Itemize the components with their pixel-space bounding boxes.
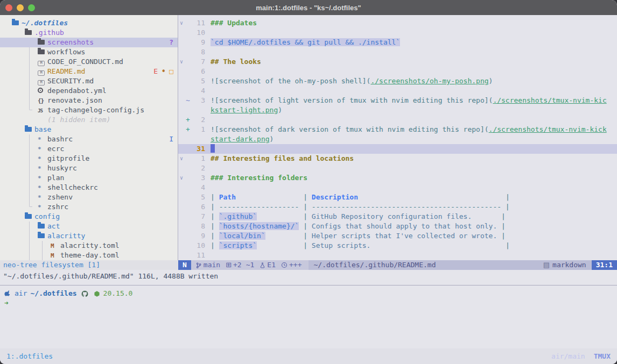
line-text — [205, 28, 211, 38]
text-segment-h1g: ### Interesting folders — [211, 174, 307, 182]
diagnostics-error-count: E1 — [267, 260, 276, 270]
fold-marker — [178, 125, 185, 134]
editor-line[interactable]: ∨ 3### Interesting folders — [178, 173, 617, 183]
editor-line[interactable]: 10 — [178, 28, 617, 38]
tree-item-alacritty-toml[interactable]: Malacritty.toml — [0, 241, 178, 251]
tree-item-config[interactable]: config — [0, 212, 178, 222]
editor-line[interactable]: 4 — [178, 183, 617, 192]
tree-item-label: config — [34, 212, 60, 222]
editor-line[interactable]: 8 — [178, 47, 617, 57]
text-segment-h1y: ## Interesting files and locations — [211, 154, 354, 162]
tree-item-screenshots[interactable]: screenshots? — [0, 38, 178, 47]
editor-line[interactable]: ~3![screenshot of light version of tmux … — [178, 96, 617, 105]
shell-pane[interactable]: air ~/.dotfiles 20.15.0 ➜ — [0, 286, 617, 348]
text-segment-pipe: | — [211, 212, 219, 220]
text-segment-h1g: ### Updates — [211, 19, 257, 27]
status-badge: I — [169, 134, 173, 144]
text-segment-th: Path — [219, 193, 236, 201]
line-text — [205, 144, 215, 154]
line-text — [205, 115, 211, 125]
fold-marker[interactable]: ∨ — [178, 18, 185, 28]
editor-line[interactable]: 4 — [178, 86, 617, 96]
command-line[interactable]: "~/.dotfiles/.github/README.md" 116L, 44… — [0, 270, 617, 285]
editor-line[interactable]: ∨ 11### Updates — [178, 18, 617, 28]
git-sign — [185, 38, 191, 47]
editor-line[interactable]: +2 — [178, 115, 617, 125]
tree-item-alacritty[interactable]: alacritty — [0, 231, 178, 241]
tree-item-dependabot-yml[interactable]: dependabot.yml — [0, 86, 178, 96]
editor-line[interactable]: 10| `scripts` | Setup scripts. | — [178, 241, 617, 251]
tree-item-shellcheckrc[interactable]: *shellcheckrc — [0, 183, 178, 192]
git-sign — [185, 241, 191, 251]
markdown-file-icon: M — [38, 67, 47, 76]
tree-item-act[interactable]: act — [0, 222, 178, 231]
editor-line[interactable]: start-dark.png) — [178, 134, 617, 144]
tree-item-theme-day-toml[interactable]: Mtheme-day.toml — [0, 251, 178, 260]
editor-line[interactable]: 6| ------------------- | ---------------… — [178, 202, 617, 212]
tree-item-bashrc[interactable]: *bashrcI — [0, 134, 178, 144]
line-number: 7 — [191, 212, 205, 222]
fold-marker[interactable]: ∨ — [178, 154, 185, 163]
line-number: 3 — [191, 96, 205, 105]
tree-item--dotfiles[interactable]: ~/.dotfiles — [0, 18, 178, 28]
tree-item--github[interactable]: .github — [0, 28, 178, 38]
tree-item-zshrc[interactable]: *zshrc — [0, 202, 178, 212]
editor-line[interactable]: 5| Path | Description | — [178, 192, 617, 202]
tmux-window-name[interactable]: 1:.dotfiles — [6, 352, 53, 360]
tree-item-security-md[interactable]: MSECURITY.md — [0, 76, 178, 86]
line-number: 11 — [191, 251, 205, 260]
node-version: 20.15.0 — [103, 289, 133, 298]
text-segment-body: ![screenshot of dark version of tmux wit… — [211, 125, 489, 133]
tree-item-label: README.md — [47, 67, 85, 76]
editor-line[interactable]: ∨ 7## The looks — [178, 57, 617, 67]
titlebar: main:1:.dotfiles - "ks~/.dotfiles" — [0, 0, 617, 15]
editor-line[interactable]: +1![screenshot of dark version of tmux w… — [178, 125, 617, 134]
editor-line[interactable]: 2 — [178, 163, 617, 173]
editor-current-line[interactable]: 31 — [178, 144, 617, 154]
text-segment-plain — [236, 193, 303, 201]
editor-line[interactable]: 9| `local/bin` | Helper scripts that I'v… — [178, 231, 617, 241]
text-segment-plain — [265, 232, 303, 240]
asterisk-file-icon: * — [38, 183, 47, 193]
markdown-file-icon: M — [38, 76, 47, 86]
fold-marker — [178, 28, 185, 38]
cursor — [211, 144, 215, 153]
tree-item-zshenv[interactable]: *zshenv — [0, 192, 178, 202]
folder-icon — [38, 47, 47, 57]
editor-line[interactable]: 6 — [178, 67, 617, 76]
tree-item--1-hidden-item-[interactable]: (1 hidden item) — [0, 115, 178, 125]
tree-item-tag-changelog-config-js[interactable]: JStag-changelog-config.js — [0, 105, 178, 115]
tree-item-code-of-conduct-md[interactable]: MCODE_OF_CONDUCT.md — [0, 57, 178, 67]
line-number — [191, 105, 205, 115]
status-badge: □ — [169, 67, 173, 76]
editor-line[interactable]: ∨ 1## Interesting files and locations — [178, 154, 617, 163]
line-text: start-dark.png) — [205, 134, 274, 144]
cursor-position-indicator: 31:1 — [592, 260, 617, 270]
editor-line[interactable]: 9`cd $HOME/.dotfiles && git pull && ./in… — [178, 38, 617, 47]
tree-item-readme-md[interactable]: MREADME.mdE•□ — [0, 67, 178, 76]
folder-icon — [25, 212, 34, 222]
editor-line[interactable]: kstart-light.png) — [178, 105, 617, 115]
editor-line[interactable]: 5![screenshot of the oh-my-posh shell](.… — [178, 76, 617, 86]
line-number: 10 — [191, 28, 205, 38]
tree-item-base[interactable]: base — [0, 125, 178, 134]
tree-item-gitprofile[interactable]: *gitprofile — [0, 154, 178, 163]
editor-line[interactable]: 7| `.github` | GitHub Repository configu… — [178, 212, 617, 222]
fold-marker — [178, 86, 185, 96]
asterisk-file-icon: * — [38, 202, 47, 212]
tree-item-renovate-json[interactable]: {}renovate.json — [0, 96, 178, 105]
tree-item-plan[interactable]: *plan — [0, 173, 178, 183]
tree-item-huskyrc[interactable]: *huskyrc — [0, 163, 178, 173]
text-segment-pipe: | — [501, 232, 506, 240]
text-segment-body: ) — [278, 106, 282, 114]
tree-item-label: base — [34, 125, 51, 134]
editor-line[interactable]: 11 — [178, 251, 617, 260]
tree-item-label: huskyrc — [47, 163, 77, 173]
tree-item-workflows[interactable]: workflows — [0, 47, 178, 57]
git-status-badges: ? — [169, 38, 173, 47]
editor-line[interactable]: 8| `hosts/{hostname}/` | Configs that sh… — [178, 222, 617, 231]
fold-marker[interactable]: ∨ — [178, 57, 185, 67]
editor-pane[interactable]: ∨ 11### Updates 10 9`cd $HOME/.dotfiles … — [178, 15, 617, 260]
fold-marker[interactable]: ∨ — [178, 173, 185, 183]
tree-item-ecrc[interactable]: *ecrc — [0, 144, 178, 154]
